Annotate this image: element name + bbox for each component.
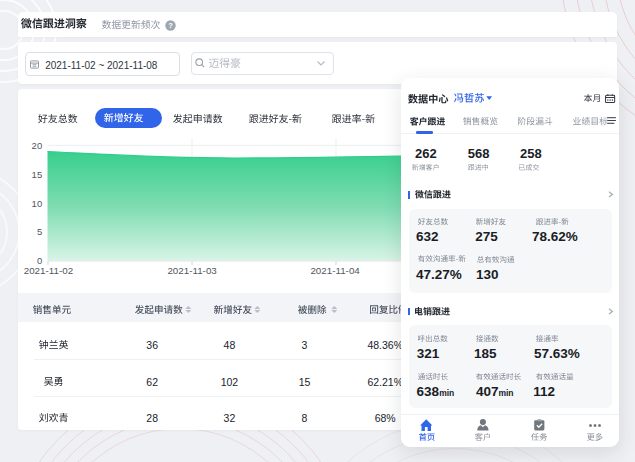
svg-text:?: ? xyxy=(168,21,173,30)
